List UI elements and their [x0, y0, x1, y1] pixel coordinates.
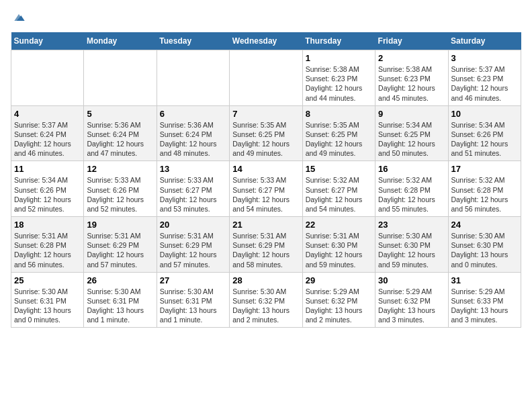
day-info: Sunrise: 5:35 AM Sunset: 6:25 PM Dayligh… [232, 120, 299, 158]
calendar-week-row: 25Sunrise: 5:30 AM Sunset: 6:31 PM Dayli… [11, 272, 521, 328]
calendar-cell: 15Sunrise: 5:32 AM Sunset: 6:27 PM Dayli… [302, 161, 375, 217]
weekday-header-monday: Monday [84, 32, 157, 50]
day-number: 8 [306, 109, 372, 119]
day-info: Sunrise: 5:30 AM Sunset: 6:31 PM Dayligh… [160, 287, 226, 325]
day-info: Sunrise: 5:33 AM Sunset: 6:27 PM Dayligh… [160, 175, 226, 214]
calendar-cell: 5Sunrise: 5:36 AM Sunset: 6:24 PM Daylig… [84, 105, 157, 161]
calendar-cell: 27Sunrise: 5:30 AM Sunset: 6:31 PM Dayli… [157, 272, 229, 328]
calendar-cell: 2Sunrise: 5:38 AM Sunset: 6:23 PM Daylig… [375, 50, 448, 106]
day-number: 25 [14, 275, 81, 285]
calendar-cell: 29Sunrise: 5:29 AM Sunset: 6:32 PM Dayli… [302, 272, 375, 328]
day-number: 22 [306, 220, 372, 230]
day-number: 15 [306, 164, 372, 174]
calendar-cell: 30Sunrise: 5:29 AM Sunset: 6:32 PM Dayli… [375, 272, 448, 328]
day-number: 11 [14, 164, 81, 174]
day-info: Sunrise: 5:38 AM Sunset: 6:23 PM Dayligh… [378, 64, 445, 103]
calendar-cell: 3Sunrise: 5:37 AM Sunset: 6:23 PM Daylig… [448, 50, 521, 106]
day-info: Sunrise: 5:37 AM Sunset: 6:24 PM Dayligh… [14, 120, 81, 158]
day-number: 9 [378, 109, 445, 119]
calendar-cell [11, 50, 84, 106]
calendar-table: SundayMondayTuesdayWednesdayThursdayFrid… [11, 32, 521, 328]
day-info: Sunrise: 5:35 AM Sunset: 6:25 PM Dayligh… [306, 120, 372, 158]
day-info: Sunrise: 5:36 AM Sunset: 6:24 PM Dayligh… [160, 120, 226, 158]
weekday-header-wednesday: Wednesday [230, 32, 302, 50]
day-number: 10 [451, 109, 518, 119]
day-number: 13 [160, 164, 226, 174]
day-number: 31 [451, 275, 518, 285]
weekday-header-tuesday: Tuesday [157, 32, 229, 50]
day-number: 27 [160, 275, 226, 285]
calendar-cell: 25Sunrise: 5:30 AM Sunset: 6:31 PM Dayli… [11, 272, 84, 328]
day-number: 26 [87, 275, 153, 285]
day-info: Sunrise: 5:31 AM Sunset: 6:29 PM Dayligh… [160, 231, 226, 269]
day-info: Sunrise: 5:34 AM Sunset: 6:26 PM Dayligh… [14, 175, 81, 214]
weekday-header-friday: Friday [375, 32, 448, 50]
calendar-week-row: 4Sunrise: 5:37 AM Sunset: 6:24 PM Daylig… [11, 105, 521, 161]
day-number: 20 [160, 220, 226, 230]
day-info: Sunrise: 5:34 AM Sunset: 6:25 PM Dayligh… [378, 120, 445, 158]
weekday-header-sunday: Sunday [11, 32, 84, 50]
day-info: Sunrise: 5:38 AM Sunset: 6:23 PM Dayligh… [306, 64, 372, 103]
day-info: Sunrise: 5:30 AM Sunset: 6:32 PM Dayligh… [232, 287, 299, 325]
calendar-cell: 22Sunrise: 5:31 AM Sunset: 6:30 PM Dayli… [302, 217, 375, 273]
day-number: 17 [451, 164, 518, 174]
calendar-cell: 1Sunrise: 5:38 AM Sunset: 6:23 PM Daylig… [302, 50, 375, 106]
page-header [11, 11, 521, 24]
calendar-cell: 13Sunrise: 5:33 AM Sunset: 6:27 PM Dayli… [157, 161, 229, 217]
day-number: 1 [306, 53, 372, 63]
day-info: Sunrise: 5:32 AM Sunset: 6:28 PM Dayligh… [451, 175, 518, 214]
calendar-cell: 28Sunrise: 5:30 AM Sunset: 6:32 PM Dayli… [230, 272, 302, 328]
day-number: 4 [14, 109, 81, 119]
day-info: Sunrise: 5:30 AM Sunset: 6:31 PM Dayligh… [14, 287, 81, 325]
day-info: Sunrise: 5:34 AM Sunset: 6:26 PM Dayligh… [451, 120, 518, 158]
weekday-header-saturday: Saturday [448, 32, 521, 50]
calendar-cell: 18Sunrise: 5:31 AM Sunset: 6:28 PM Dayli… [11, 217, 84, 273]
day-number: 7 [232, 109, 299, 119]
day-number: 16 [378, 164, 445, 174]
day-number: 14 [232, 164, 299, 174]
calendar-cell: 26Sunrise: 5:30 AM Sunset: 6:31 PM Dayli… [84, 272, 157, 328]
day-info: Sunrise: 5:31 AM Sunset: 6:28 PM Dayligh… [14, 231, 81, 269]
day-info: Sunrise: 5:33 AM Sunset: 6:27 PM Dayligh… [232, 175, 299, 214]
calendar-cell: 8Sunrise: 5:35 AM Sunset: 6:25 PM Daylig… [302, 105, 375, 161]
calendar-cell: 31Sunrise: 5:29 AM Sunset: 6:33 PM Dayli… [448, 272, 521, 328]
calendar-cell: 20Sunrise: 5:31 AM Sunset: 6:29 PM Dayli… [157, 217, 229, 273]
day-number: 6 [160, 109, 226, 119]
calendar-cell: 9Sunrise: 5:34 AM Sunset: 6:25 PM Daylig… [375, 105, 448, 161]
calendar-cell: 17Sunrise: 5:32 AM Sunset: 6:28 PM Dayli… [448, 161, 521, 217]
day-number: 21 [232, 220, 299, 230]
day-number: 18 [14, 220, 81, 230]
day-number: 30 [378, 275, 445, 285]
day-info: Sunrise: 5:30 AM Sunset: 6:30 PM Dayligh… [378, 231, 445, 269]
day-info: Sunrise: 5:29 AM Sunset: 6:33 PM Dayligh… [451, 287, 518, 325]
calendar-cell: 10Sunrise: 5:34 AM Sunset: 6:26 PM Dayli… [448, 105, 521, 161]
calendar-cell: 24Sunrise: 5:30 AM Sunset: 6:30 PM Dayli… [448, 217, 521, 273]
day-info: Sunrise: 5:30 AM Sunset: 6:30 PM Dayligh… [451, 231, 518, 269]
day-info: Sunrise: 5:29 AM Sunset: 6:32 PM Dayligh… [378, 287, 445, 325]
day-info: Sunrise: 5:31 AM Sunset: 6:29 PM Dayligh… [232, 231, 299, 269]
day-number: 28 [232, 275, 299, 285]
calendar-cell: 6Sunrise: 5:36 AM Sunset: 6:24 PM Daylig… [157, 105, 229, 161]
calendar-cell [157, 50, 229, 106]
calendar-cell: 16Sunrise: 5:32 AM Sunset: 6:28 PM Dayli… [375, 161, 448, 217]
day-info: Sunrise: 5:37 AM Sunset: 6:23 PM Dayligh… [451, 64, 518, 103]
calendar-cell [84, 50, 157, 106]
day-info: Sunrise: 5:32 AM Sunset: 6:27 PM Dayligh… [306, 175, 372, 214]
calendar-week-row: 1Sunrise: 5:38 AM Sunset: 6:23 PM Daylig… [11, 50, 521, 106]
day-info: Sunrise: 5:36 AM Sunset: 6:24 PM Dayligh… [87, 120, 153, 158]
day-number: 2 [378, 53, 445, 63]
calendar-cell: 11Sunrise: 5:34 AM Sunset: 6:26 PM Dayli… [11, 161, 84, 217]
day-info: Sunrise: 5:31 AM Sunset: 6:29 PM Dayligh… [87, 231, 153, 269]
day-number: 19 [87, 220, 153, 230]
logo-icon [12, 11, 26, 24]
day-number: 3 [451, 53, 518, 63]
calendar-cell: 12Sunrise: 5:33 AM Sunset: 6:26 PM Dayli… [84, 161, 157, 217]
day-number: 29 [306, 275, 372, 285]
day-number: 5 [87, 109, 153, 119]
day-number: 23 [378, 220, 445, 230]
day-info: Sunrise: 5:31 AM Sunset: 6:30 PM Dayligh… [306, 231, 372, 269]
calendar-week-row: 11Sunrise: 5:34 AM Sunset: 6:26 PM Dayli… [11, 161, 521, 217]
logo [11, 11, 26, 24]
calendar-week-row: 18Sunrise: 5:31 AM Sunset: 6:28 PM Dayli… [11, 217, 521, 273]
weekday-header-row: SundayMondayTuesdayWednesdayThursdayFrid… [11, 32, 521, 50]
